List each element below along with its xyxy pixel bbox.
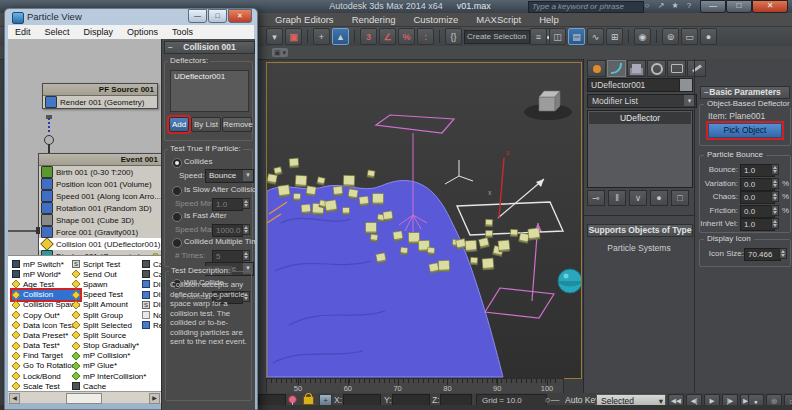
supports-rollout-header[interactable]: −Supports Objects of Type bbox=[587, 224, 693, 237]
friction-spinner[interactable] bbox=[771, 205, 779, 216]
depot-item-data-preset[interactable]: Data Preset* bbox=[12, 330, 80, 340]
depot-item-collision-spawn[interactable]: Collision Spawn bbox=[12, 300, 80, 310]
collision-input-nub[interactable] bbox=[36, 227, 40, 234]
depot-item-not[interactable]: Not bbox=[142, 310, 161, 320]
selection-region-dropdown[interactable]: ▾ bbox=[266, 28, 283, 45]
radio-collided-multiple-times[interactable] bbox=[172, 238, 182, 248]
depot-item-send-out[interactable]: Send Out bbox=[72, 269, 146, 279]
position-operator-row[interactable]: Position Icon 001 (Volume) bbox=[39, 178, 161, 190]
pick-object-button[interactable]: Pick Object bbox=[708, 123, 782, 138]
search-history-icon[interactable]: ○ bbox=[640, 1, 654, 10]
field-speed-max[interactable]: 1000.0 bbox=[212, 224, 243, 237]
menu-rendering[interactable]: Rendering bbox=[343, 14, 405, 25]
selection-set-dropdown[interactable]: Create Selection Set▾ bbox=[464, 30, 530, 44]
add-deflector-button[interactable]: Add bbox=[169, 117, 189, 132]
depot-item-lock-bond[interactable]: Lock/Bond bbox=[12, 371, 80, 381]
spinner-down-icon[interactable] bbox=[773, 211, 777, 214]
bounce-spinner[interactable] bbox=[771, 164, 779, 175]
birth-operator-row[interactable]: Birth 001 (0-30 T:200) bbox=[39, 166, 161, 178]
force-operator-row[interactable]: Force 001 (Gravity001) bbox=[39, 226, 161, 238]
edit-named-selection-sets-button[interactable]: {} bbox=[445, 28, 462, 45]
chaos-field[interactable]: 0.0 bbox=[740, 191, 775, 204]
inherit-vel-field[interactable]: 1.0 bbox=[740, 218, 775, 231]
help-icon[interactable]: ? bbox=[682, 1, 696, 10]
depot-item-script-test[interactable]: SScript Test bbox=[72, 259, 146, 269]
layer-manager-button[interactable]: ◫ bbox=[549, 28, 566, 45]
pin-stack-icon[interactable]: ⊸ bbox=[587, 190, 605, 206]
inherit-vel-spinner[interactable] bbox=[771, 218, 779, 229]
spinner-down-icon[interactable] bbox=[244, 204, 248, 207]
menu-graph-editors[interactable]: Graph Editors bbox=[266, 14, 343, 25]
remove-modifier-icon[interactable]: ● bbox=[650, 190, 668, 206]
depot-item-data-icon-test[interactable]: Data Icon Test* bbox=[12, 320, 80, 330]
chaos-spinner[interactable] bbox=[771, 191, 779, 202]
depot-item-go-to-rotation[interactable]: Go To Rotation bbox=[12, 361, 80, 371]
depot-item-age-test[interactable]: Age Test bbox=[12, 279, 80, 289]
configure-modifier-sets-icon[interactable]: □ bbox=[671, 190, 689, 206]
radio-is-fast-after[interactable] bbox=[172, 212, 182, 222]
depot-item-mp-glue[interactable]: mP Glue* bbox=[72, 361, 146, 371]
pv-maximize-button[interactable]: □ bbox=[208, 9, 227, 23]
material-editor-button[interactable]: ◉ bbox=[634, 28, 651, 45]
depot-item-split-amount[interactable]: Split Amount bbox=[72, 300, 146, 310]
tab-display[interactable] bbox=[667, 60, 686, 77]
depot-item-disp[interactable]: SDisp bbox=[142, 300, 161, 310]
tab-utilities[interactable] bbox=[687, 60, 706, 77]
depot-item-scale-test[interactable]: Scale Test bbox=[12, 381, 80, 391]
render-setup-button[interactable]: ⊚ bbox=[662, 28, 679, 45]
spinner-up-icon[interactable] bbox=[773, 166, 777, 169]
selection-lock-icon[interactable] bbox=[303, 396, 314, 405]
favorites-star-icon[interactable]: ★ bbox=[668, 1, 682, 10]
percent-snap-button[interactable]: % bbox=[398, 28, 415, 45]
pv-menu-display[interactable]: Display bbox=[77, 27, 121, 37]
set-keys-icon[interactable]: ○— bbox=[545, 395, 559, 405]
depot-item-disp[interactable]: Disp bbox=[142, 279, 161, 289]
shape-operator-row[interactable]: Shape 001 (Cube 3D) bbox=[39, 214, 161, 226]
tab-motion[interactable] bbox=[647, 60, 666, 77]
variation-spinner[interactable] bbox=[771, 178, 779, 189]
depot-item-copy-out[interactable]: Copy Out* bbox=[12, 310, 80, 320]
spinner-up-icon[interactable] bbox=[773, 193, 777, 196]
depot-item-speed-test[interactable]: Speed Test bbox=[72, 290, 146, 300]
depot-horizontal-scrollbar[interactable]: ◀ ▶ bbox=[8, 391, 161, 403]
spinner-down-icon[interactable] bbox=[773, 184, 777, 187]
depot-item-mp-collision[interactable]: mP Collision* bbox=[72, 351, 146, 361]
close-button[interactable]: ✕ bbox=[752, 0, 788, 13]
auto-key-button[interactable]: Auto Key bbox=[565, 395, 600, 405]
radio-collides[interactable] bbox=[172, 158, 182, 168]
pv-close-button[interactable]: ✕ bbox=[228, 9, 252, 23]
object-color-swatch[interactable] bbox=[679, 78, 693, 92]
spinner-down-icon[interactable] bbox=[773, 224, 777, 227]
render-production-button[interactable]: ● bbox=[700, 28, 717, 45]
field-speed-min[interactable]: 1.0 bbox=[212, 198, 243, 211]
spinner-speed-max[interactable] bbox=[242, 224, 250, 235]
spinner-up-icon[interactable] bbox=[773, 180, 777, 183]
scrollbar-thumb[interactable] bbox=[66, 393, 102, 404]
spinner-up-icon[interactable] bbox=[244, 252, 248, 255]
depot-item-stop-gradually[interactable]: Stop Gradually* bbox=[72, 341, 146, 351]
tab-hierarchy[interactable] bbox=[627, 60, 646, 77]
object-name-field[interactable]: UDeflector001 bbox=[587, 78, 680, 92]
show-end-result-icon[interactable]: ‖ bbox=[608, 190, 626, 206]
pin-icon[interactable] bbox=[288, 395, 297, 404]
search-input[interactable]: Type a keyword or phrase bbox=[528, 1, 644, 13]
depot-item-find-target[interactable]: Find Target bbox=[12, 351, 80, 361]
depot-item-split-selected[interactable]: Split Selected bbox=[72, 320, 146, 330]
spinner-down-icon[interactable] bbox=[244, 230, 248, 233]
particle-view-canvas[interactable]: PF Source 001 Render 001 (Geometry) Even… bbox=[8, 39, 161, 255]
menu-customize[interactable]: Customize bbox=[404, 14, 467, 25]
event-node[interactable]: Event 001 Birth 001 (0-30 T:200)Position… bbox=[38, 153, 161, 255]
bounce-field[interactable]: 1.0 bbox=[740, 164, 775, 177]
rendered-frame-button[interactable]: ▭ bbox=[681, 28, 698, 45]
align-button[interactable]: ≡ bbox=[530, 28, 547, 45]
schematic-view-button[interactable]: ⊞ bbox=[606, 28, 623, 45]
minimize-button[interactable]: — bbox=[700, 0, 726, 13]
depot-item-data-test[interactable]: Data Test* bbox=[12, 341, 80, 351]
basic-parameters-rollout-header[interactable]: −Basic Parameters bbox=[700, 86, 790, 99]
modifier-stack[interactable]: UDeflector bbox=[587, 110, 693, 188]
spinner-down-icon[interactable] bbox=[773, 170, 777, 173]
deflector-list[interactable]: UDeflector001 bbox=[170, 70, 249, 112]
spinner-times[interactable] bbox=[242, 250, 250, 261]
tab-modify[interactable] bbox=[607, 60, 626, 77]
make-unique-icon[interactable]: ∨ bbox=[629, 190, 647, 206]
